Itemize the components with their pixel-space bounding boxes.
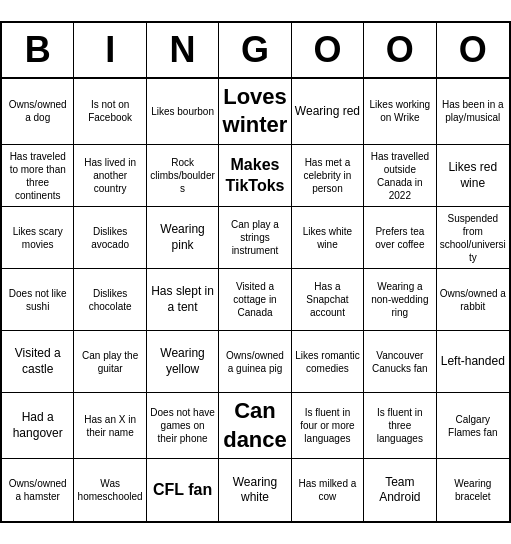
cell-label: Can play the guitar — [77, 349, 142, 375]
bingo-cell[interactable]: Was homeschooled — [74, 459, 146, 521]
cell-label: Wearing bracelet — [440, 477, 506, 503]
cell-label: Has traveled to more than three continen… — [5, 150, 70, 202]
cell-label: Has a Snapchat account — [295, 280, 360, 319]
bingo-cell[interactable]: Loves winter — [219, 79, 291, 145]
bingo-cell[interactable]: Owns/owned a hamster — [2, 459, 74, 521]
bingo-cell[interactable]: Vancouver Canucks fan — [364, 331, 436, 393]
bingo-cell[interactable]: Has travelled outside Canada in 2022 — [364, 145, 436, 207]
bingo-cell[interactable]: Prefers tea over coffee — [364, 207, 436, 269]
bingo-cell[interactable]: Likes red wine — [437, 145, 509, 207]
cell-label: Prefers tea over coffee — [367, 225, 432, 251]
bingo-cell[interactable]: Has slept in a tent — [147, 269, 219, 331]
cell-label: Vancouver Canucks fan — [367, 349, 432, 375]
cell-label: Likes red wine — [440, 160, 506, 191]
header-letter: O — [437, 23, 509, 77]
bingo-cell[interactable]: Likes white wine — [292, 207, 364, 269]
cell-label: Dislikes chocolate — [77, 287, 142, 313]
cell-label: Owns/owned a guinea pig — [222, 349, 287, 375]
bingo-cell[interactable]: Visited a castle — [2, 331, 74, 393]
bingo-cell[interactable]: Does not like sushi — [2, 269, 74, 331]
cell-label: Can play a strings instrument — [222, 218, 287, 257]
cell-label: Has slept in a tent — [150, 284, 215, 315]
bingo-cell[interactable]: Calgary Flames fan — [437, 393, 509, 459]
bingo-cell[interactable]: Is fluent in three languages — [364, 393, 436, 459]
bingo-cell[interactable]: Has milked a cow — [292, 459, 364, 521]
bingo-cell[interactable]: Wearing yellow — [147, 331, 219, 393]
cell-label: Was homeschooled — [77, 477, 142, 503]
header-letter: N — [147, 23, 219, 77]
cell-label: Wearing yellow — [150, 346, 215, 377]
bingo-header: BINGOOO — [2, 23, 509, 79]
bingo-cell[interactable]: Can dance — [219, 393, 291, 459]
bingo-cell[interactable]: Does not have games on their phone — [147, 393, 219, 459]
cell-label: Owns/owned a rabbit — [440, 287, 506, 313]
bingo-cell[interactable]: Wearing pink — [147, 207, 219, 269]
header-letter: I — [74, 23, 146, 77]
cell-label: Team Android — [367, 475, 432, 506]
cell-label: Has been in a play/musical — [440, 98, 506, 124]
bingo-cell[interactable]: Likes romantic comedies — [292, 331, 364, 393]
bingo-cell[interactable]: Has lived in another country — [74, 145, 146, 207]
bingo-cell[interactable]: Suspended from school/university — [437, 207, 509, 269]
bingo-cell[interactable]: Owns/owned a rabbit — [437, 269, 509, 331]
cell-label: Dislikes avocado — [77, 225, 142, 251]
header-letter: B — [2, 23, 74, 77]
cell-label: Suspended from school/university — [440, 212, 506, 264]
cell-label: Left-handed — [441, 354, 505, 370]
cell-label: Rock climbs/boulders — [150, 156, 215, 195]
cell-label: Does not like sushi — [5, 287, 70, 313]
bingo-cell[interactable]: Likes scary movies — [2, 207, 74, 269]
header-letter: G — [219, 23, 291, 77]
cell-label: Has travelled outside Canada in 2022 — [367, 150, 432, 202]
bingo-cell[interactable]: Has an X in their name — [74, 393, 146, 459]
bingo-card: BINGOOO Owns/owned a dogIs not on Facebo… — [0, 21, 511, 523]
bingo-cell[interactable]: Has met a celebrity in person — [292, 145, 364, 207]
bingo-grid: Owns/owned a dogIs not on FacebookLikes … — [2, 79, 509, 521]
cell-label: Wearing pink — [150, 222, 215, 253]
bingo-cell[interactable]: Dislikes avocado — [74, 207, 146, 269]
bingo-cell[interactable]: Dislikes chocolate — [74, 269, 146, 331]
cell-label: Likes scary movies — [5, 225, 70, 251]
bingo-cell[interactable]: Has traveled to more than three continen… — [2, 145, 74, 207]
bingo-cell[interactable]: Makes TikToks — [219, 145, 291, 207]
bingo-cell[interactable]: Rock climbs/boulders — [147, 145, 219, 207]
cell-label: Has milked a cow — [295, 477, 360, 503]
header-letter: O — [364, 23, 436, 77]
bingo-cell[interactable]: Owns/owned a dog — [2, 79, 74, 145]
bingo-cell[interactable]: CFL fan — [147, 459, 219, 521]
cell-label: Has lived in another country — [77, 156, 142, 195]
bingo-cell[interactable]: Can play the guitar — [74, 331, 146, 393]
bingo-cell[interactable]: Is not on Facebook — [74, 79, 146, 145]
bingo-cell[interactable]: Left-handed — [437, 331, 509, 393]
cell-label: Likes white wine — [295, 225, 360, 251]
cell-label: Owns/owned a hamster — [5, 477, 70, 503]
cell-label: Is fluent in four or more languages — [295, 406, 360, 445]
bingo-cell[interactable]: Wearing white — [219, 459, 291, 521]
cell-label: Wearing white — [222, 475, 287, 506]
bingo-cell[interactable]: Likes working on Wrike — [364, 79, 436, 145]
bingo-cell[interactable]: Is fluent in four or more languages — [292, 393, 364, 459]
bingo-cell[interactable]: Owns/owned a guinea pig — [219, 331, 291, 393]
cell-label: Makes TikToks — [222, 155, 287, 197]
bingo-cell[interactable]: Visited a cottage in Canada — [219, 269, 291, 331]
cell-label: Calgary Flames fan — [440, 413, 506, 439]
cell-label: Owns/owned a dog — [5, 98, 70, 124]
cell-label: Wearing a non-wedding ring — [367, 280, 432, 319]
cell-label: Has an X in their name — [77, 413, 142, 439]
cell-label: Likes working on Wrike — [367, 98, 432, 124]
cell-label: Loves winter — [222, 83, 287, 140]
bingo-cell[interactable]: Wearing a non-wedding ring — [364, 269, 436, 331]
cell-label: Likes romantic comedies — [295, 349, 360, 375]
cell-label: Had a hangover — [5, 410, 70, 441]
cell-label: Is not on Facebook — [77, 98, 142, 124]
bingo-cell[interactable]: Likes bourbon — [147, 79, 219, 145]
cell-label: Has met a celebrity in person — [295, 156, 360, 195]
bingo-cell[interactable]: Wearing bracelet — [437, 459, 509, 521]
bingo-cell[interactable]: Can play a strings instrument — [219, 207, 291, 269]
bingo-cell[interactable]: Wearing red — [292, 79, 364, 145]
bingo-cell[interactable]: Had a hangover — [2, 393, 74, 459]
bingo-cell[interactable]: Has been in a play/musical — [437, 79, 509, 145]
bingo-cell[interactable]: Team Android — [364, 459, 436, 521]
bingo-cell[interactable]: Has a Snapchat account — [292, 269, 364, 331]
cell-label: Wearing red — [295, 104, 360, 120]
